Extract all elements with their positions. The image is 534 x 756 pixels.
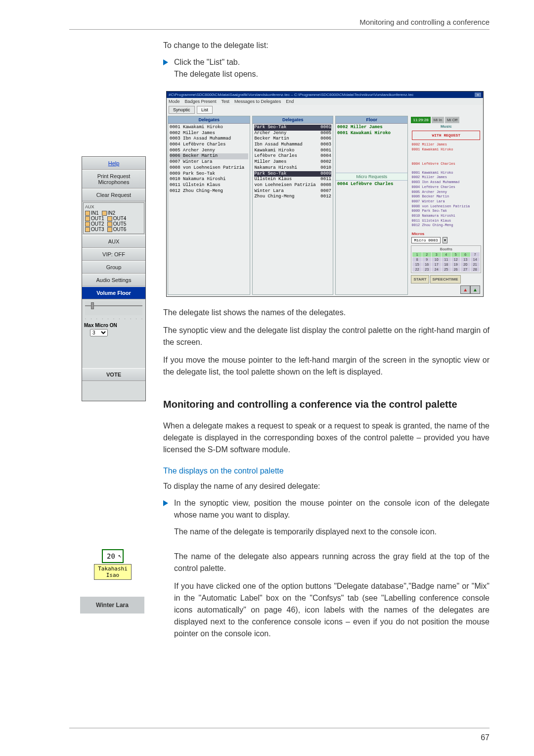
out2-checkbox[interactable]: OUT2 (85, 221, 104, 227)
console-icon-figure: 20↖ Takahashi Isao (94, 549, 132, 580)
footer-rule (69, 728, 490, 728)
gray-field-figure: Winter Lara (80, 597, 144, 614)
clear-request-button[interactable]: Clear Request (82, 189, 145, 201)
running-header: Monitoring and controlling a conference (69, 18, 490, 30)
subsection-heading: The displays on the control palette (163, 467, 490, 475)
audio-settings-button[interactable]: Audio Settings (82, 274, 145, 286)
aux-button[interactable]: AUX (82, 235, 145, 248)
max-micro-on: Max Micro ON 3 (82, 321, 145, 338)
section-heading: Monitoring and controlling a conference … (163, 398, 490, 411)
out6-checkbox[interactable]: OUT6 (107, 227, 127, 232)
help-button[interactable]: Help (82, 157, 145, 170)
print-request-button[interactable]: Print Request Microphones (82, 170, 145, 189)
in2-checkbox[interactable]: IN2 (102, 210, 116, 216)
triangle-bullet-icon (163, 500, 168, 506)
step-synoptic: In the synoptic view, position the mouse… (163, 497, 490, 521)
out1-checkbox[interactable]: OUT1 (85, 216, 104, 221)
page-number: 67 (481, 733, 490, 742)
max-micro-select[interactable]: 3 (90, 329, 108, 336)
triangle-bullet-icon (163, 59, 168, 65)
step-list-tab: Click the "List" tab. The delegate list … (163, 56, 490, 80)
vip-off-button[interactable]: VIP: OFF (82, 248, 145, 261)
slider-ticks: ··········· (82, 317, 145, 321)
main-content: To change to the delegate list: Click th… (163, 40, 490, 640)
out4-checkbox[interactable]: OUT4 (107, 216, 127, 221)
cursor-icon: ↖ (118, 552, 122, 559)
group-button[interactable]: Group (82, 261, 145, 274)
tool-palette: Help Print Request Microphones Clear Req… (82, 156, 146, 401)
out5-checkbox[interactable]: OUT5 (107, 221, 127, 227)
in1-checkbox[interactable]: IN1 (85, 210, 99, 216)
volume-floor-label: Volume Floor (82, 286, 145, 299)
aux-group: AUX IN1IN2 OUT1OUT4 OUT2OUT5 OUT3OUT6 (83, 202, 144, 234)
volume-floor-slider[interactable] (85, 301, 142, 315)
out3-checkbox[interactable]: OUT3 (85, 227, 104, 232)
vote-button[interactable]: VOTE (82, 368, 145, 381)
